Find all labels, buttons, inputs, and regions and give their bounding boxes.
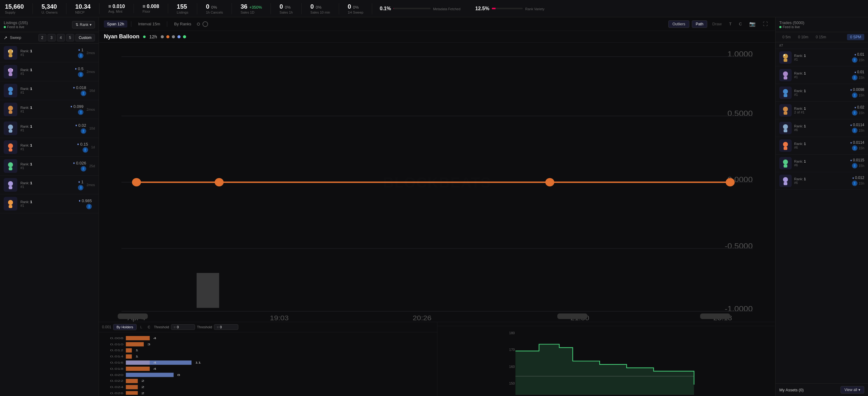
sales1h-value: 0 bbox=[279, 3, 283, 10]
right-feed-live: Feed is live bbox=[779, 25, 864, 29]
item-rank: Rank: 1 bbox=[21, 162, 70, 166]
item-rank: Rank: 1 bbox=[21, 49, 75, 53]
trade-item[interactable]: Rank: 1 #1 ♦ 0.01 👤 15h bbox=[776, 49, 868, 66]
trade-time: 15h bbox=[859, 76, 864, 80]
trade-pos: #1 bbox=[794, 58, 849, 61]
list-item[interactable]: Rank: 1 #1 ♦ 0.02 👤 10d bbox=[0, 119, 99, 138]
svg-text:170: 170 bbox=[509, 348, 515, 352]
avatar bbox=[4, 103, 17, 116]
list-item[interactable]: Rank: 1 #1 ♦ 0.099 👤 2mos bbox=[0, 100, 99, 119]
custom-btn[interactable]: Custom bbox=[75, 34, 95, 41]
trade-rank: Rank: 1 bbox=[794, 54, 849, 58]
num-btn-5[interactable]: 5 bbox=[66, 34, 74, 41]
legend-dot-1 bbox=[161, 35, 164, 38]
l-btn[interactable]: L bbox=[138, 324, 144, 330]
list-item[interactable]: Rank: 1 #1 ♦ 1 👤 2mos bbox=[0, 176, 99, 194]
trade-right: ♦ 0.0115 👤 15h bbox=[850, 158, 864, 169]
item-right: ♦ 0.15 👤 bbox=[77, 142, 88, 153]
item-info: Rank: 1 #1 bbox=[21, 49, 75, 57]
draw-btn[interactable]: Draw bbox=[710, 21, 724, 28]
svg-rect-58 bbox=[126, 348, 132, 353]
num-btn-4[interactable]: 4 bbox=[57, 34, 65, 41]
trade-item[interactable]: Rank: 1 #1 ♦ 0.01 👤 15h bbox=[776, 66, 868, 84]
avgmint-value: ≡ 0.010 bbox=[108, 4, 125, 9]
svg-point-18 bbox=[8, 181, 13, 186]
list-item[interactable]: Rank: 1 #1 ♦ 0.018 👤 16d bbox=[0, 81, 99, 100]
bottom-left-toolbar: 0.001 By Holders L C Threshold ≡ Thresho… bbox=[99, 322, 437, 332]
num-btn-2[interactable]: 2 bbox=[38, 34, 46, 41]
list-item[interactable]: Rank: 1 #1 ♦ 1 👤 2mos bbox=[0, 43, 99, 62]
svg-text:1: 1 bbox=[135, 355, 138, 358]
threshold-value-1[interactable] bbox=[177, 325, 192, 329]
item-rank: Rank: 1 bbox=[21, 68, 72, 72]
threshold-input-2[interactable]: ≡ bbox=[214, 324, 238, 330]
span-btn[interactable]: Span 12h bbox=[104, 21, 127, 28]
item-pos: #1 bbox=[21, 147, 74, 151]
threshold-value-2[interactable] bbox=[220, 325, 236, 329]
trade-rank: Rank: 1 bbox=[794, 89, 848, 93]
trade-time: 15h bbox=[859, 146, 864, 150]
item-pos: #1 bbox=[21, 53, 75, 57]
trade-pos: #6 bbox=[794, 146, 848, 149]
stat-owners: 5,340 U. Owners bbox=[33, 3, 66, 14]
stat-nbcp: 10.34 NBCP bbox=[66, 3, 99, 14]
by-holders-btn[interactable]: By Holders bbox=[113, 324, 136, 330]
item-right: ♦ 0.026 👤 bbox=[73, 161, 86, 172]
c-small-btn[interactable]: C bbox=[146, 324, 152, 330]
list-item[interactable]: Rank: 1 #1 ♦ 0.15 👤 1d bbox=[0, 138, 99, 157]
avatar bbox=[4, 65, 17, 79]
path-btn[interactable]: Path bbox=[692, 21, 708, 28]
stat-sales1d: 36 +350% Sales 1D bbox=[232, 3, 271, 14]
tf-5m-btn[interactable]: 0 5m bbox=[779, 34, 794, 40]
svg-point-8 bbox=[8, 87, 13, 92]
trade-item[interactable]: Rank: 1 #6 ♦ 0.0115 👤 15h bbox=[776, 155, 868, 172]
cancels-label: 1h Cancels bbox=[206, 10, 223, 14]
t-btn[interactable]: T bbox=[727, 21, 734, 28]
tf-15m-btn[interactable]: 0 15m bbox=[813, 34, 829, 40]
list-item[interactable]: Rank: 1 #1 ♦ 0.5 👤 2mos bbox=[0, 62, 99, 81]
svg-rect-89 bbox=[784, 77, 787, 80]
trade-rank: Rank: 1 bbox=[794, 71, 849, 75]
trade-item[interactable]: Rank: 1 #6 ♦ 0.0114 👤 15h bbox=[776, 137, 868, 155]
tf-10m-btn[interactable]: 0 10m bbox=[795, 34, 811, 40]
trade-info: Rank: 1 #1 bbox=[794, 54, 849, 61]
trade-item[interactable]: Rank: 1 2 of #1 ♦ 0.02 👤 15h bbox=[776, 102, 868, 119]
item-info: Rank: 1 #1 bbox=[21, 144, 74, 151]
trade-item[interactable]: Rank: 1 #1 ♦ 0.0098 👤 15h bbox=[776, 84, 868, 102]
trade-item[interactable]: Rank: 1 #6 ♦ 0.012 👤 15h bbox=[776, 172, 868, 190]
interval-btn[interactable]: Interval 15m bbox=[135, 21, 163, 28]
listings-list: Rank: 1 #1 ♦ 1 👤 2mos Rank: 1 bbox=[0, 43, 99, 396]
metadata-fill bbox=[394, 8, 394, 9]
list-item[interactable]: Rank: 1 #1 ♦ 0.026 👤 25d bbox=[0, 157, 99, 176]
sort-button[interactable]: ⇅ Rank ▾ bbox=[72, 21, 95, 28]
camera-btn[interactable]: 📷 bbox=[747, 20, 758, 28]
holder-chart-svg: 180 170 160 150 bbox=[439, 327, 774, 395]
outliers-btn[interactable]: Outliers bbox=[668, 21, 689, 28]
metadata-fetched-area: 0.1% Metadata Fetched bbox=[372, 6, 468, 11]
threshold-input-1[interactable]: ≡ bbox=[171, 324, 195, 330]
trade-time: 15h bbox=[859, 111, 864, 115]
svg-rect-93 bbox=[784, 112, 787, 115]
item-age: 10d bbox=[89, 126, 95, 130]
left-header: Listings (155) Feed is live ⇅ Rank ▾ bbox=[0, 17, 99, 32]
trade-item[interactable]: Rank: 1 #6 ♦ 0.0114 👤 15h bbox=[776, 119, 868, 137]
num-btn-3[interactable]: 3 bbox=[48, 34, 56, 41]
sales10min-value: 0 bbox=[310, 3, 314, 10]
item-info: Rank: 1 #1 bbox=[21, 162, 70, 170]
trade-price: ♦ 0.01 bbox=[855, 52, 864, 57]
sweep-icon: ↗ bbox=[4, 35, 7, 40]
item-info: Rank: 1 #1 bbox=[21, 68, 72, 75]
spm-btn[interactable]: 0 SPM bbox=[847, 34, 864, 40]
trade-right: ♦ 0.01 👤 15h bbox=[852, 52, 864, 63]
c-btn[interactable]: C bbox=[737, 21, 744, 28]
sales1h-label: Sales 1h bbox=[279, 10, 293, 14]
avatar bbox=[4, 197, 17, 211]
list-item[interactable]: Rank: 1 #1 ♦ 0.985 👤 bbox=[0, 194, 99, 213]
svg-text:0.014: 0.014 bbox=[110, 355, 124, 358]
expand-btn[interactable]: ⛶ bbox=[761, 20, 770, 28]
view-all-btn[interactable]: View all ▾ bbox=[840, 386, 864, 394]
stat-floor: ≡ 0.008 Floor bbox=[134, 4, 168, 13]
by-ranks-btn[interactable]: By Ranks bbox=[171, 21, 194, 28]
item-price: ♦ 0.15 bbox=[77, 142, 88, 147]
item-age: 2mos bbox=[87, 183, 95, 187]
